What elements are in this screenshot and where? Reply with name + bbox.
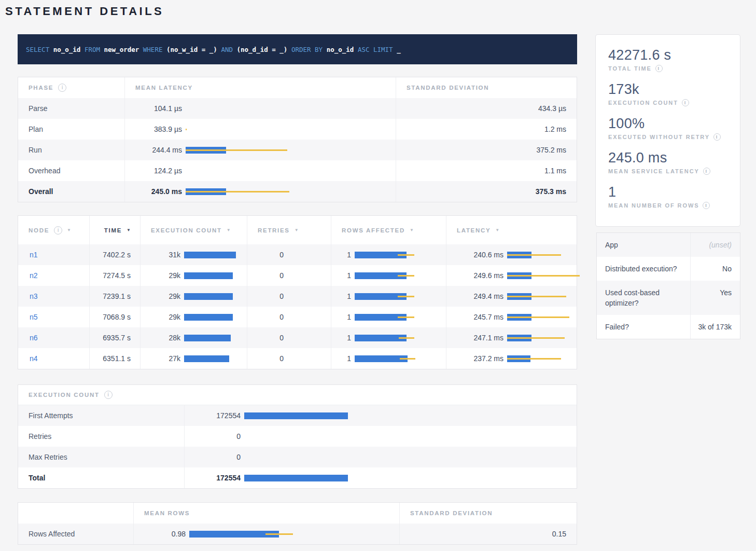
info-icon[interactable]: i [682,99,689,106]
retries-value: 0 [258,292,284,300]
attribute-value: No [691,257,740,281]
info-icon[interactable]: i [703,202,710,209]
node-rows-affected-cell: 1 [331,244,446,265]
retries-header-label: Retries [258,227,290,233]
node-link[interactable]: n5 [30,313,38,321]
stddev-column-header[interactable]: Standard Deviation [396,77,577,98]
info-icon[interactable]: i [703,168,710,175]
node-rows-affected-cell: 1 [331,348,446,369]
node-header-label: Node [29,227,49,233]
node-link[interactable]: n3 [30,292,38,300]
phase-row: Overhead124.2 µs1.1 ms [18,160,577,181]
rows-affected-bar [355,314,414,321]
node-column-header[interactable]: Node i ▼ [18,216,90,244]
sql-keyword: LIMIT [373,46,393,53]
execution-count-label-cell: Retries [18,426,185,447]
info-icon[interactable]: i [104,391,113,399]
rows-affected-table-header: Mean Rows Standard Deviation [18,503,577,524]
bar-mean [184,355,229,362]
phase-row: Run244.4 ms375.2 ms [18,140,577,160]
info-icon[interactable]: i [58,84,66,92]
rows-affected-value: 1 [342,354,351,363]
sql-identifier: new_order [104,46,139,53]
execution-count-value-cell: 0 [185,447,577,467]
latency-value: 240.6 ms [457,251,503,259]
rows-affected-column-header[interactable]: Rows Affected ▼ [331,216,446,244]
latency-bar [507,314,585,321]
sql-statement: SELECT no_o_id FROM new_order WHERE (no_… [26,46,401,53]
sort-icon: ▼ [227,228,231,232]
phase-mean-latency-cell: 245.0 ms [125,181,396,202]
mean-rows-column-header: Mean Rows [134,503,400,524]
phase-mean-latency-cell: 124.2 µs [125,160,396,181]
attribute-value: (unset) [691,233,740,257]
mean-latency-value: 244.4 ms [135,146,182,154]
latency-value: 249.4 ms [457,292,503,300]
stddev-value: 1.1 ms [544,167,566,175]
latency-bar [507,252,585,258]
node-link[interactable]: n1 [30,251,38,259]
node-execution-count-cell: 28k [141,327,247,348]
node-link[interactable]: n2 [30,271,38,280]
bar-mean [184,252,236,258]
retries-value: 0 [258,334,284,342]
main-content: SELECT no_o_id FROM new_order WHERE (no_… [18,34,577,545]
node-latency-cell: 245.7 ms [446,307,577,327]
execution-count-column-header[interactable]: Execution Count ▼ [141,216,247,244]
sql-identifier: (no_d_id [237,46,268,53]
execution-count-label: First Attempts [29,411,73,420]
stat-label: Executed without Retryi [608,133,731,141]
node-row: n66935.7 s28k01247.1 ms [18,327,577,348]
bar-mean [184,272,233,279]
stat-label: Mean Service Latencyi [608,168,731,175]
node-link[interactable]: n4 [30,354,38,363]
sql-identifier: _ [397,46,401,53]
sql-keyword: ASC [358,46,370,53]
execution-count-bar [244,454,348,461]
rows-affected-bar [355,355,414,362]
stddev-value: 1.2 ms [544,125,566,133]
node-execution-count-cell: 31k [141,244,247,265]
phase-stddev-cell: 434.3 µs [396,98,577,119]
execution-count-bar [184,293,236,300]
stat-value: 42271.6 s [608,47,731,63]
node-time-value: 7068.9 s [103,313,131,321]
node-row: n57068.9 s29k01245.7 ms [18,307,577,327]
info-icon[interactable]: i [655,65,663,72]
info-icon[interactable]: i [54,226,62,235]
sql-identifier: _) [209,46,217,53]
stddev-value: 0.15 [552,530,566,538]
mean-rows-bar [189,531,293,538]
info-icon[interactable]: i [713,133,721,141]
bar-stddev [398,254,414,256]
phase-column-header[interactable]: Phase i [18,77,125,98]
mean-latency-value: 124.2 µs [135,167,182,175]
bar-stddev [507,254,561,256]
latency-bar [507,335,585,341]
retries-column-header[interactable]: Retries ▼ [247,216,331,244]
execution-count-table-body: First Attempts172554Retries0Max Retries0… [18,405,577,488]
rows-affected-value: 1 [342,313,351,321]
attribute-label: Failed? [597,315,691,339]
latency-column-header[interactable]: Latency ▼ [446,216,577,244]
stat-label-text: Mean Number of Rows [608,202,699,209]
stat-label-text: Executed without Retry [608,134,710,140]
mean-latency-column-header[interactable]: Mean Latency [125,77,396,98]
sql-identifier: _) [279,46,287,53]
page-title: STATEMENT DETAILS [5,5,164,18]
execution-count-value-cell: 0 [185,426,577,447]
retries-value: 0 [258,251,284,259]
phase-stddev-cell: 1.2 ms [396,119,577,140]
latency-value: 237.2 ms [457,354,503,363]
execution-count-label-cell: First Attempts [18,405,185,426]
node-row: n46351.1 s27k01237.2 ms [18,348,577,369]
time-column-header[interactable]: Time ▼ [90,216,141,244]
bar-stddev [186,149,287,151]
statement-attributes-body: App(unset)Distributed execution?NoUsed c… [597,233,740,339]
phase-name-cell: Parse [18,98,125,119]
rows-affected-table-body: Rows Affected0.980.15 [18,524,577,544]
stat-value: 1 [608,184,731,200]
phase-stddev-cell: 375.2 ms [396,140,577,160]
node-link[interactable]: n6 [30,334,38,342]
bar-stddev [507,316,569,318]
